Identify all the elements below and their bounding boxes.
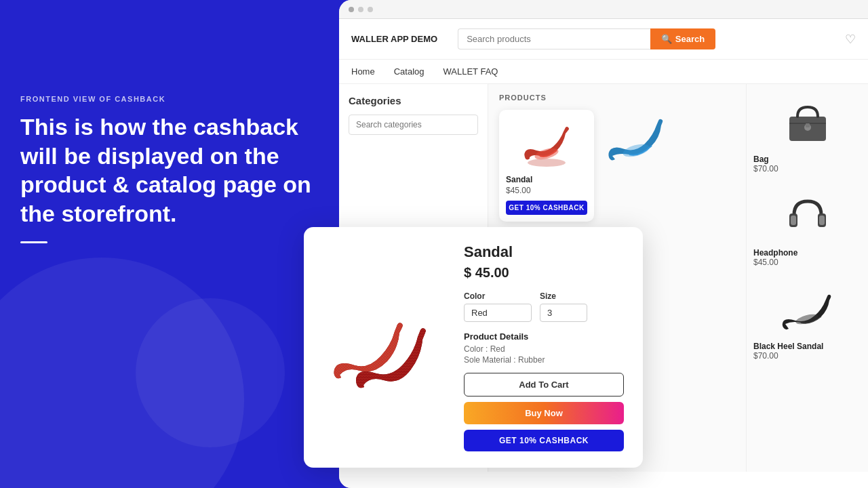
store-header: WALLER APP DEMO 🔍 Search ♡ [339, 19, 868, 60]
browser-chrome [339, 0, 868, 19]
products-section-label: PRODUCTS [499, 94, 735, 102]
modal-actions: Add To Cart Buy Now GET 10% CASHBACK [464, 373, 624, 451]
sandal-price: $45.00 [506, 186, 587, 195]
svg-rect-6 [806, 123, 810, 127]
modal-info-panel: Sandal $ 45.00 Color Size Product Detail… [464, 243, 624, 451]
modal-shoe-svg [326, 293, 441, 402]
product-detail-color: Color : Red [464, 344, 624, 354]
search-bar: 🔍 Search [458, 28, 715, 49]
divider [20, 241, 47, 243]
sandal-cashback-button[interactable]: GET 10% CASHBACK [506, 201, 587, 215]
product-details-title: Product Details [464, 331, 624, 342]
modal-product-image [323, 243, 445, 451]
headphone-price: $45.00 [753, 258, 778, 267]
headphone-name: Headphone [753, 248, 797, 258]
products-row-1: Sandal $45.00 GET 10% CASHBACK [499, 110, 735, 222]
bag-name: Bag [753, 155, 769, 164]
nav-wallet-faq[interactable]: WALLET FAQ [443, 66, 498, 77]
size-label: Size [540, 291, 587, 301]
left-panel: FRONTEND VIEW OF CASHBACK This is how th… [20, 95, 319, 243]
browser-dot-3 [368, 7, 373, 12]
get-cashback-button[interactable]: GET 10% CASHBACK [464, 430, 624, 451]
left-background [0, 0, 339, 488]
search-input[interactable] [458, 28, 650, 49]
store-logo: WALLER APP DEMO [351, 34, 437, 44]
black-heel-svg [782, 287, 833, 331]
sandal-svg [519, 117, 574, 171]
tagline-text: FRONTEND VIEW OF CASHBACK [20, 95, 319, 103]
decorative-circle-small [136, 298, 285, 447]
svg-rect-9 [791, 216, 796, 225]
product-card-black-heel[interactable]: Black Heel Sandal $70.00 [753, 278, 861, 361]
product-card-blue-heel[interactable] [604, 110, 665, 222]
add-to-cart-button[interactable]: Add To Cart [464, 373, 624, 396]
black-heel-name: Black Heel Sandal [753, 342, 823, 351]
nav-home[interactable]: Home [351, 66, 375, 77]
search-button[interactable]: 🔍 Search [650, 28, 715, 49]
search-icon: 🔍 [661, 34, 672, 44]
color-input[interactable] [464, 304, 532, 322]
product-card-headphone[interactable]: Headphone $45.00 [753, 184, 861, 267]
bag-price: $70.00 [753, 164, 778, 174]
sandal-name: Sandal [506, 175, 587, 184]
product-card-bag[interactable]: Bag $70.00 [753, 91, 861, 174]
headphone-svg [784, 191, 831, 239]
svg-point-11 [795, 312, 819, 325]
buy-now-button[interactable]: Buy Now [464, 402, 624, 424]
blue-heel-svg [606, 112, 663, 169]
nav-catalog[interactable]: Catalog [394, 66, 425, 77]
modal-product-title: Sandal [464, 243, 624, 261]
sandal-image [506, 117, 587, 171]
black-heel-price: $70.00 [753, 351, 778, 361]
black-heel-image [753, 278, 861, 339]
headline-text: This is how the cashback will be display… [20, 113, 319, 228]
browser-dot-2 [358, 7, 363, 12]
modal-options: Color Size [464, 291, 624, 322]
modal-product-price: $ 45.00 [464, 265, 624, 281]
size-input[interactable] [540, 304, 587, 322]
color-label: Color [464, 291, 532, 301]
right-products-column: Bag $70.00 Headphone [746, 84, 868, 472]
bag-image [753, 91, 861, 152]
size-option-group: Size [540, 291, 587, 322]
svg-rect-10 [819, 216, 825, 225]
svg-point-0 [528, 159, 566, 167]
store-nav: Home Catalog WALLET FAQ [339, 60, 868, 84]
bag-svg [784, 98, 831, 145]
sidebar-categories-title: Categories [349, 95, 478, 106]
product-card-sandal[interactable]: Sandal $45.00 GET 10% CASHBACK [499, 110, 594, 222]
product-detail-material: Sole Material : Rubber [464, 355, 624, 365]
wishlist-icon[interactable]: ♡ [845, 32, 856, 47]
headphone-image [753, 184, 861, 245]
color-option-group: Color [464, 291, 532, 322]
categories-search-input[interactable] [349, 115, 478, 135]
search-button-label: Search [675, 34, 705, 44]
browser-dot-1 [349, 7, 354, 12]
product-detail-modal: Sandal $ 45.00 Color Size Product Detail… [304, 227, 643, 468]
